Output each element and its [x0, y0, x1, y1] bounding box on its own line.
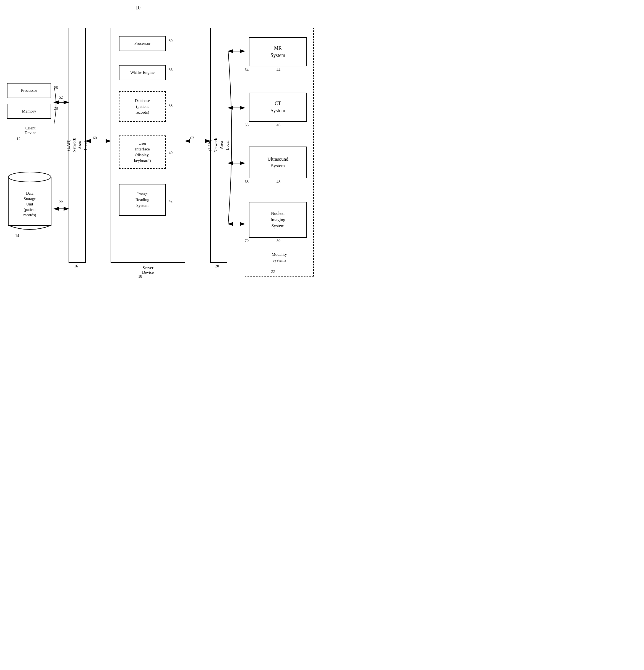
- ref-46: 46: [277, 123, 280, 128]
- ref-52: 52: [59, 95, 63, 100]
- left-lan-label: LocalAreaNetwork(LAN): [69, 28, 86, 263]
- mr-system-box: MRSystem: [249, 37, 307, 66]
- database-box: Database(patientrecords): [119, 91, 166, 122]
- right-lan-label: LocalAreaNetwork(LAN): [210, 28, 227, 263]
- nuclear-box: NuclearImagingSystem: [249, 202, 307, 238]
- ref-30: 30: [169, 39, 173, 43]
- ref-66: 66: [245, 123, 249, 128]
- ref-18: 18: [138, 274, 142, 279]
- ref-28: 28: [54, 106, 58, 111]
- memory-box-client: Memory: [7, 104, 51, 119]
- ref-62: 62: [190, 136, 194, 140]
- ref-70: 70: [245, 239, 249, 243]
- figure-number: 10: [135, 5, 140, 11]
- ref-12: 12: [17, 137, 21, 141]
- ref-44: 44: [277, 68, 280, 72]
- wkflw-box: Wkflw Engine: [119, 65, 166, 80]
- ref-22: 22: [271, 270, 275, 274]
- ref-42: 42: [169, 199, 173, 203]
- diagram: 10 Processor 26 Memory 28 52 ClientDevic…: [0, 0, 322, 335]
- ref-50: 50: [277, 239, 280, 243]
- ref-16: 16: [74, 264, 78, 268]
- processor-box-client: Processor: [7, 83, 51, 98]
- image-reading-box: ImageReadingSystem: [119, 184, 166, 216]
- ref-20: 20: [215, 264, 219, 268]
- ref-14: 14: [15, 234, 19, 238]
- server-device-label: ServerDevice: [111, 266, 185, 275]
- data-storage-label-text: DataStorageUnit(patientrecords): [8, 191, 51, 218]
- ref-60: 60: [93, 136, 97, 140]
- ref-38: 38: [169, 104, 173, 108]
- modality-systems-label: ModalitySystems: [245, 252, 314, 263]
- client-device-label: ClientDevice: [10, 126, 51, 135]
- ultrasound-box: UltrasoundSystem: [249, 147, 307, 178]
- ref-26: 26: [54, 86, 58, 90]
- ref-64: 64: [245, 68, 249, 72]
- ref-40: 40: [169, 151, 173, 155]
- processor-box-server: Processor: [119, 36, 166, 51]
- ref-68: 68: [245, 180, 249, 184]
- ref-36: 36: [169, 68, 173, 72]
- user-interface-box: UserInterface(display,keyboard): [119, 135, 166, 169]
- ct-system-box: CTSystem: [249, 93, 307, 122]
- svg-point-13: [8, 172, 51, 182]
- ref-56: 56: [59, 199, 63, 203]
- ref-48: 48: [277, 180, 280, 184]
